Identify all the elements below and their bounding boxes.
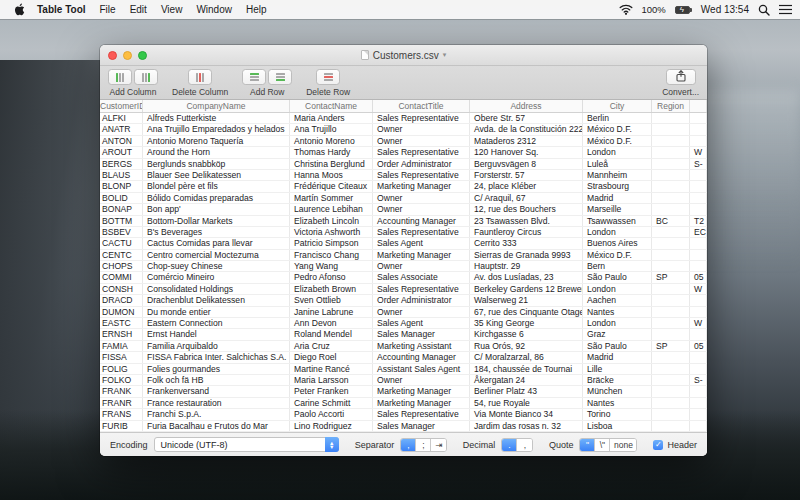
table-cell[interactable]: Sales Representative: [373, 170, 470, 180]
table-cell[interactable]: ERNSH: [100, 329, 143, 339]
table-cell[interactable]: 12, rue des Bouchers: [470, 204, 583, 214]
table-cell[interactable]: London: [583, 147, 652, 157]
table-cell[interactable]: Hauptstr. 29: [470, 261, 583, 271]
table-cell[interactable]: 05: [690, 341, 707, 351]
table-cell[interactable]: CHOPS: [100, 261, 143, 271]
table-cell[interactable]: FRANR: [100, 398, 143, 408]
separator-option-2[interactable]: ⇥: [431, 439, 446, 451]
table-cell[interactable]: Madrid: [583, 352, 652, 362]
table-cell[interactable]: Peter Franken: [290, 386, 373, 396]
table-cell[interactable]: [652, 124, 690, 134]
menu-view[interactable]: View: [161, 4, 183, 15]
table-cell[interactable]: Frankenversand: [143, 386, 290, 396]
delete-row-button[interactable]: [316, 69, 340, 85]
table-cell[interactable]: Maria Anders: [290, 113, 373, 123]
table-cell[interactable]: W: [690, 147, 707, 157]
table-cell[interactable]: Maria Larsson: [290, 375, 373, 385]
minimize-button[interactable]: [123, 51, 132, 60]
table-cell[interactable]: Folies gourmandes: [143, 364, 290, 374]
table-cell[interactable]: B's Beverages: [143, 227, 290, 237]
table-cell[interactable]: [652, 318, 690, 328]
table-cell[interactable]: W: [690, 284, 707, 294]
table-cell[interactable]: [652, 375, 690, 385]
table-cell[interactable]: Blauer See Delikatessen: [143, 170, 290, 180]
table-cell[interactable]: ALFKI: [100, 113, 143, 123]
table-cell[interactable]: [652, 307, 690, 317]
table-cell[interactable]: [652, 204, 690, 214]
table-cell[interactable]: [652, 409, 690, 419]
table-cell[interactable]: 23 Tsawassen Blvd.: [470, 216, 583, 226]
table-cell[interactable]: Drachenblut Delikatessen: [143, 295, 290, 305]
table-cell[interactable]: Elizabeth Brown: [290, 284, 373, 294]
table-cell[interactable]: BSBEV: [100, 227, 143, 237]
table-cell[interactable]: EC: [690, 227, 707, 237]
table-cell[interactable]: [690, 307, 707, 317]
table-cell[interactable]: Owner: [373, 136, 470, 146]
table-cell[interactable]: Av. dos Lusíadas, 23: [470, 272, 583, 282]
table-cell[interactable]: DUMON: [100, 307, 143, 317]
column-header-Address[interactable]: Address: [470, 100, 583, 112]
table-cell[interactable]: London: [583, 227, 652, 237]
decimal-option-0[interactable]: .: [502, 439, 517, 451]
table-cell[interactable]: FURIB: [100, 421, 143, 431]
table-cell[interactable]: Yang Wang: [290, 261, 373, 271]
table-cell[interactable]: [652, 329, 690, 339]
table-cell[interactable]: CACTU: [100, 238, 143, 248]
table-cell[interactable]: Owner: [373, 375, 470, 385]
table-cell[interactable]: Berkeley Gardens 12 Brewery: [470, 284, 583, 294]
table-cell[interactable]: Marseille: [583, 204, 652, 214]
table-cell[interactable]: México D.F.: [583, 124, 652, 134]
table-cell[interactable]: FISSA Fabrica Inter. Salchichas S.A.: [143, 352, 290, 362]
table-cell[interactable]: [690, 170, 707, 180]
wifi-icon[interactable]: [619, 4, 633, 15]
column-header-clipped[interactable]: [690, 100, 707, 112]
table-cell[interactable]: [652, 227, 690, 237]
table-cell[interactable]: [690, 181, 707, 191]
encoding-popup[interactable]: Unicode (UTF-8) ▲▼: [154, 437, 339, 452]
table-cell[interactable]: Luleå: [583, 159, 652, 169]
table-cell[interactable]: Bräcke: [583, 375, 652, 385]
table-cell[interactable]: Bólido Comidas preparadas: [143, 193, 290, 203]
table-cell[interactable]: Familia Arquibaldo: [143, 341, 290, 351]
table-cell[interactable]: Sales Agent: [373, 238, 470, 248]
table-cell[interactable]: Martine Rancé: [290, 364, 373, 374]
table-cell[interactable]: [652, 181, 690, 191]
table-cell[interactable]: Cerrito 333: [470, 238, 583, 248]
table-cell[interactable]: 67, rue des Cinquante Otages: [470, 307, 583, 317]
table-cell[interactable]: Lino Rodriguez: [290, 421, 373, 431]
table-cell[interactable]: [652, 147, 690, 157]
table-cell[interactable]: CENTC: [100, 250, 143, 260]
add-row-above-button[interactable]: [242, 69, 266, 85]
table-cell[interactable]: Avda. de la Constitución 2222: [470, 124, 583, 134]
table-cell[interactable]: [652, 136, 690, 146]
table-cell[interactable]: [652, 193, 690, 203]
document-proxy-icon[interactable]: [361, 50, 369, 60]
table-cell[interactable]: DRACD: [100, 295, 143, 305]
table-cell[interactable]: Fauntleroy Circus: [470, 227, 583, 237]
table-cell[interactable]: [652, 250, 690, 260]
table-cell[interactable]: Buenos Aires: [583, 238, 652, 248]
column-header-ContactTitle[interactable]: ContactTitle: [373, 100, 470, 112]
table-cell[interactable]: CONSH: [100, 284, 143, 294]
table-cell[interactable]: Owner: [373, 124, 470, 134]
table-cell[interactable]: Roland Mendel: [290, 329, 373, 339]
menu-help[interactable]: Help: [246, 4, 267, 15]
table-cell[interactable]: EASTC: [100, 318, 143, 328]
table-cell[interactable]: Franchi S.p.A.: [143, 409, 290, 419]
table-cell[interactable]: FRANS: [100, 409, 143, 419]
table-cell[interactable]: Obere Str. 57: [470, 113, 583, 123]
zoom-button[interactable]: [138, 51, 147, 60]
table-cell[interactable]: Chop-suey Chinese: [143, 261, 290, 271]
table-cell[interactable]: London: [583, 318, 652, 328]
table-cell[interactable]: S-: [690, 375, 707, 385]
table-cell[interactable]: [690, 193, 707, 203]
table-cell[interactable]: Marketing Manager: [373, 386, 470, 396]
apple-menu-icon[interactable]: [14, 3, 27, 16]
table-cell[interactable]: 184, chaussée de Tournai: [470, 364, 583, 374]
table-cell[interactable]: Sales Manager: [373, 329, 470, 339]
table-cell[interactable]: Carine Schmitt: [290, 398, 373, 408]
table-cell[interactable]: Forsterstr. 57: [470, 170, 583, 180]
table-cell[interactable]: C/ Araquil, 67: [470, 193, 583, 203]
table-cell[interactable]: Thomas Hardy: [290, 147, 373, 157]
table-cell[interactable]: Centro comercial Moctezuma: [143, 250, 290, 260]
